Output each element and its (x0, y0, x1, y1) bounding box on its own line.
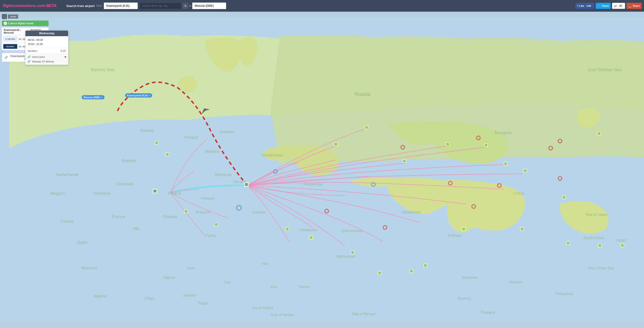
svg-text:Norway: Norway (140, 128, 154, 133)
check-price-text: check price (32, 56, 45, 58)
day-su: su (18, 45, 22, 48)
reset-button[interactable]: reset (8, 14, 18, 19)
moscow-label: Moscow (DME) (84, 96, 100, 99)
search-area: Search from airport from ⇅ to (66, 2, 226, 9)
logo: flightconnections.com BETA (0, 4, 60, 8)
website-text: Website S7 Airlines (32, 60, 54, 63)
flights-found-badge: ✓ 2 direct flights found (2, 20, 48, 26)
tooltip-dur-label: duration: (28, 50, 38, 52)
svg-text:Finland: Finland (184, 135, 198, 140)
flight-tooltip: Wednesday 08:15 - 09:30 19:50 - 21:05 du… (25, 30, 68, 65)
back-button[interactable]: ← (2, 14, 7, 19)
website-icon: 🔗 (27, 60, 31, 63)
krasnoyarsk-map-tag[interactable]: Krasnoyarsk (KJA) × (125, 93, 152, 98)
to-airport-input[interactable] (192, 2, 226, 9)
krasnoyarsk-label: Krasnoyarsk (KJA) (127, 94, 148, 97)
svg-text:Barents Sea: Barents Sea (91, 68, 114, 72)
logo-text: flightconnections.com (3, 4, 45, 8)
search-label: Search from airport (66, 4, 95, 8)
flights-count-text: 2 direct flights found (8, 22, 33, 25)
map-container: Russia Kazakhstan Sweden Ukraine Kazakhs… (0, 12, 322, 164)
checkmark-icon: ✓ (4, 22, 7, 25)
svg-rect-2 (166, 153, 169, 156)
check-price-icon: 🔗 (27, 55, 31, 58)
tooltip-header: Wednesday (26, 30, 68, 36)
from-label: from (96, 4, 102, 8)
svg-text:Belarus: Belarus (205, 149, 220, 154)
zip-city-input[interactable] (140, 2, 182, 9)
krasnoyarsk-close-button[interactable]: × (149, 94, 150, 97)
tooltip-duration: duration: 5:15 (26, 48, 68, 54)
tooltip-actions: 🔗 check price ♥ 🔗 Website S7 Airlines (26, 54, 68, 64)
tooltip-day: Wednesday (39, 32, 54, 35)
day-su: su (18, 38, 22, 40)
tooltip-dur-value: 5:15 (61, 50, 66, 52)
swap-button[interactable]: ⇅ (182, 3, 188, 9)
website-action[interactable]: 🔗 Website S7 Airlines (27, 60, 66, 63)
moscow-map-tag[interactable]: Moscow (DME) × (82, 95, 104, 100)
svg-text:Kazakhstan: Kazakhstan (261, 153, 283, 158)
svg-text:Sweden: Sweden (219, 130, 234, 134)
tooltip-time1: 08:15 - 09:30 (28, 38, 66, 42)
nordstar-logo: NordStar (3, 44, 17, 49)
svg-rect-1 (155, 141, 158, 144)
header-bar: flightconnections.com BETA Search from a… (0, 0, 322, 12)
to-label: to (189, 4, 191, 8)
zip-section: ⇅ to (140, 2, 226, 9)
s7-logo: S7 AIRLINES (3, 37, 17, 41)
svg-text:Sweden: Sweden (121, 158, 136, 163)
panel-header-row: ← reset (2, 14, 48, 19)
moscow-close-button[interactable]: × (101, 96, 102, 99)
check-price-action[interactable]: 🔗 check price ♥ (27, 55, 66, 59)
logo-beta: BETA (46, 4, 57, 8)
heart-icon: ♥ (64, 55, 66, 59)
from-airport-input[interactable] (104, 2, 138, 9)
tooltip-time2: 19:50 - 21:05 (28, 42, 66, 46)
tooltip-times: 08:15 - 09:30 19:50 - 21:05 (26, 36, 68, 48)
price-check-icon: 🔗 (4, 56, 8, 59)
